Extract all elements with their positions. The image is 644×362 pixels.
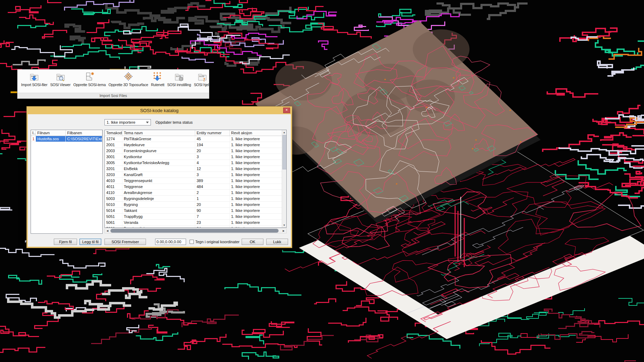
files-list-header[interactable]: I...FilnavnFilbanen: [31, 130, 102, 136]
files-list[interactable]: I...FilnavnFilbanen1Hustofta.sosC:\SOSI2…: [31, 130, 103, 234]
codes-cell: 90: [195, 208, 230, 213]
codes-cell: 5080: [105, 226, 122, 228]
codes-table-row[interactable]: 4011Teiggrense4841. Ikke importere: [105, 184, 282, 190]
codes-cell: 12: [195, 166, 230, 172]
codes-cell: 20: [195, 148, 230, 154]
codes-table-row[interactable]: 5010Bygning201. Ikke importere: [105, 202, 282, 208]
codes-cell: 5014: [105, 208, 122, 213]
ribbon-button-row: SOSIImport SOSI-filerSOSISOSI ViewerOppr…: [18, 70, 209, 93]
lukk-button[interactable]: Lukk: [266, 239, 288, 245]
codes-cell: 1. Ikke importere: [230, 226, 282, 228]
ribbon-button-label: SOSI hjelp: [194, 83, 209, 87]
ribbon-button-opprette-3d-toposurface[interactable]: Opprette 3D Toposurface: [108, 71, 149, 87]
codes-table-header[interactable]: TemakodeTema navnEntity nummerRevit aksj…: [105, 130, 282, 136]
dialog-titlebar[interactable]: SOSI-kode katalog ✕: [27, 106, 292, 114]
file-index-cell: 1: [31, 136, 36, 142]
codes-table-row[interactable]: 5051TrappBygg71. Ikke importere: [105, 214, 282, 220]
codes-table-row[interactable]: 3203KanalGrøft31. Ikke importere: [105, 172, 282, 178]
codes-cell: 5061: [105, 220, 122, 225]
codes-table-row[interactable]: 1274PblTiltakGrense451. Ikke importere: [105, 136, 282, 142]
close-icon[interactable]: ✕: [283, 108, 290, 113]
codes-cell: 1. Ikke importere: [230, 136, 282, 142]
codes-cell: 484: [195, 184, 230, 189]
codes-cell: 1. Ikke importere: [230, 160, 282, 166]
codes-table-row[interactable]: 5061Veranda231. Ikke importere: [105, 220, 282, 226]
tegn-original-koordinater-checkbox[interactable]: [190, 240, 194, 244]
tema-status-dropdown[interactable]: 1. Ikke importere: [104, 119, 151, 125]
codes-table-row[interactable]: 5014Takkant901. Ikke importere: [105, 208, 282, 214]
codes-col-header[interactable]: Revit aksjon: [230, 130, 282, 136]
codes-cell: 3201: [105, 166, 122, 172]
codes-cell: Teiggrensepunkt: [122, 178, 195, 183]
chevron-down-icon: [146, 122, 149, 123]
hscroll-thumb[interactable]: [110, 229, 279, 233]
codes-cell: 1. Ikke importere: [230, 190, 282, 195]
codes-cell: 194: [195, 142, 230, 148]
codes-cell: 3203: [105, 172, 122, 177]
ribbon-button-import-sosi-filer[interactable]: SOSIImport SOSI-filer: [20, 71, 48, 87]
files-list-row[interactable]: 1Hustofta.sosC:\SOSI2REVIT\Exa...: [31, 136, 102, 142]
codes-cell: 2001: [105, 142, 122, 148]
legg-til-fil-button[interactable]: Legg til fil: [79, 239, 101, 245]
codes-col-header[interactable]: Temakode: [105, 130, 122, 136]
codes-cell: 1. Ikke importere: [230, 202, 282, 207]
files-col-header[interactable]: Filbanen: [66, 130, 102, 136]
file-name-cell: Hustofta.sos: [36, 136, 66, 142]
ribbon-button-sosi-hjelp[interactable]: SOSI?+SOSI hjelp: [193, 71, 209, 87]
codes-col-header[interactable]: Tema navn: [122, 130, 195, 136]
codes-col-header[interactable]: Entity nummer: [195, 130, 230, 136]
scroll-up-icon[interactable]: ▲: [282, 130, 286, 135]
coordinates-input[interactable]: [155, 239, 186, 245]
codes-cell: 1. Ikke importere: [230, 148, 282, 154]
codes-cell: TrappBygg: [122, 214, 195, 219]
sosi-fremviser-button[interactable]: SOSI Fremviser: [104, 239, 146, 245]
codes-table-horizontal-scrollbar[interactable]: ◀ ▶: [104, 228, 287, 233]
codes-cell: 2: [195, 190, 230, 195]
codes-cell: Takkant: [122, 208, 195, 213]
codes-cell: 4110: [105, 190, 122, 195]
codes-cell: ElvBekk: [122, 166, 195, 172]
ribbon-button-label: SOSI Viewer: [50, 83, 71, 87]
codes-table-vertical-scrollbar[interactable]: ▲▼: [282, 130, 286, 227]
ribbon-button-rutenett[interactable]: Rutenett: [150, 71, 165, 87]
fjern-fil-button[interactable]: Fjern fil: [54, 239, 77, 245]
codes-table-row[interactable]: 3201ElvBekk121. Ikke importere: [105, 166, 282, 172]
codes-table-row[interactable]: 4110Arealbrukgrense21. Ikke importere: [105, 190, 282, 196]
codes-cell: Teiggrense: [122, 184, 195, 189]
scroll-left-icon[interactable]: ◀: [105, 228, 110, 233]
ribbon-button-opprette-sosi-tema[interactable]: Opprette SOSI-tema: [73, 71, 107, 87]
oppdater-tema-status-label: Oppdater tema status: [155, 120, 193, 124]
codes-cell: 4011: [105, 184, 122, 189]
codes-cell: 1. Ikke importere: [230, 166, 282, 172]
sosi-codes-table[interactable]: TemakodeTema navnEntity nummerRevit aksj…: [104, 130, 287, 228]
files-col-header[interactable]: I...: [31, 130, 36, 136]
ribbon-button-sosi-viewer[interactable]: SOSISOSI Viewer: [50, 71, 71, 87]
codes-cell: 1. Ikke importere: [230, 178, 282, 183]
sosi-kode-katalog-dialog: SOSI-kode katalog ✕ 1. Ikke importere Op…: [26, 106, 292, 248]
ribbon-button-label: Import SOSI-filer: [21, 83, 47, 87]
sosi-folder-viewer-icon: SOSI: [55, 71, 66, 82]
codes-cell: 84: [195, 226, 230, 228]
scroll-right-icon[interactable]: ▶: [281, 228, 286, 233]
codes-table-row[interactable]: 3001Kystkontur31. Ikke importere: [105, 154, 282, 160]
codes-cell: Bygningslinje: [122, 226, 195, 228]
codes-table-row[interactable]: 2001Høydekurve1941. Ikke importere: [105, 142, 282, 148]
vscroll-thumb[interactable]: [282, 135, 287, 169]
sosi-folder-help-icon: SOSI?+: [197, 71, 208, 82]
scroll-down-icon[interactable]: ▼: [282, 223, 286, 227]
codes-cell: 2003: [105, 148, 122, 154]
codes-table-row[interactable]: 5003Bygningsdelelinje11. Ikke importere: [105, 196, 282, 202]
codes-cell: Veranda: [122, 220, 195, 225]
ribbon-button-sosi-innstilling[interactable]: SOSISOSI innstilling: [166, 71, 192, 87]
toposurface-mesh-icon: [123, 71, 134, 82]
codes-table-row[interactable]: 4010Teiggrensepunkt3891. Ikke importere: [105, 178, 282, 184]
codes-table-row[interactable]: 5080Bygningslinje841. Ikke importere: [105, 226, 282, 228]
file-path-cell: C:\SOSI2REVIT\Exa...: [66, 136, 102, 142]
codes-cell: 1. Ikke importere: [230, 154, 282, 160]
codes-table-row[interactable]: 3005KystkonturTekniskeAnlegg41. Ikke imp…: [105, 160, 282, 166]
ok-button[interactable]: OK: [242, 239, 263, 245]
codes-table-row[interactable]: 2003Forsenkningskurve201. Ikke importere: [105, 148, 282, 154]
codes-cell: 23: [195, 220, 230, 225]
tema-status-dropdown-value: 1. Ikke importere: [107, 120, 135, 124]
files-col-header[interactable]: Filnavn: [36, 130, 66, 136]
